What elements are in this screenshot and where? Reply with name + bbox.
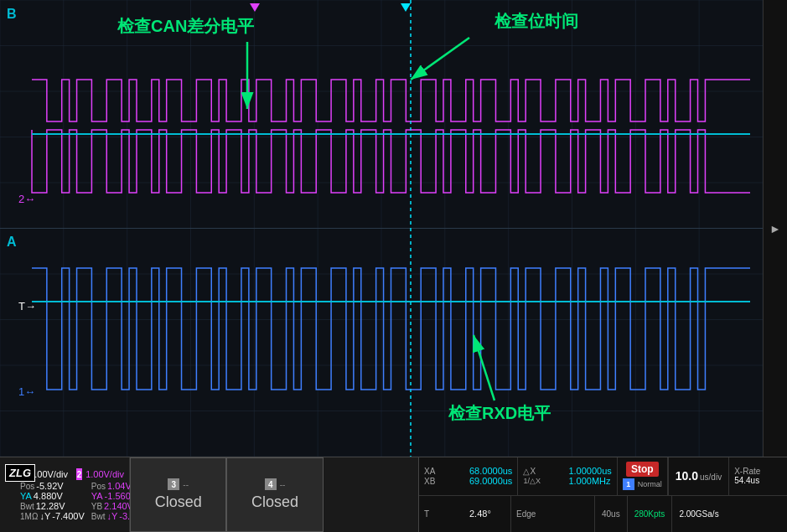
- sample-rate-value: 2.00GSa/s: [679, 509, 718, 519]
- scroll-right-icon: ►: [769, 222, 781, 235]
- cursor-div-info: 40us: [595, 496, 628, 533]
- dx-value: 1.00000us: [568, 466, 611, 476]
- trigger-ch-indicator: 1: [623, 478, 634, 490]
- xb-label: XB: [424, 477, 466, 486]
- xb-value: 69.0000us: [469, 476, 512, 486]
- inv-dx-value: 1.000MHz: [568, 476, 611, 486]
- time-div-unit: us/div: [700, 473, 722, 482]
- dx-measurement: △X 1.00000us 1/△X 1.000MHz: [518, 457, 617, 495]
- ch1-y-value: -7.400V: [52, 511, 85, 521]
- t-label: T: [424, 509, 466, 519]
- xa-measurement: XA 68.0000us XB 69.0000us: [419, 457, 518, 495]
- ch2-yb-value: 2.140V: [104, 501, 133, 511]
- ch1-y-label: ↓Y: [39, 511, 50, 521]
- ch2-pos-value: 1.04V: [107, 481, 132, 491]
- oscilloscope-display: B A 2↔ T→ 1↔ 检查CAN差分电平 检查位时间 检查RXD电平 ►: [0, 0, 787, 532]
- ch4-closed-button[interactable]: 4 -- Closed: [226, 457, 323, 532]
- oscilloscope-screen: B A 2↔ T→ 1↔ 检查CAN差分电平 检查位时间 检查RXD电平: [0, 0, 763, 457]
- mem-pts-value: 280Kpts: [634, 509, 665, 519]
- mem-label: 54.4us: [734, 476, 760, 485]
- xrate-label: X-Rate: [734, 467, 760, 476]
- inv-dx-label: 1/△X: [523, 477, 565, 485]
- status-spacer: [324, 457, 418, 532]
- ch2-scale: 1.00V/div: [85, 469, 124, 479]
- annotation-rxd: 检查RXD电平: [448, 402, 551, 425]
- ch1-bw-label: Bwt: [20, 502, 34, 511]
- status-bar: ZLG 1 2.00V/div 2 1.00V/div Pos -5.92V Y…: [0, 457, 787, 532]
- xa-label: XA: [424, 467, 466, 476]
- ch1-scale: 2.00V/div: [29, 469, 68, 479]
- zlg-logo: ZLG: [5, 464, 35, 482]
- ch2-pos-label: Pos: [91, 482, 106, 491]
- ch1-bw-value: 12.28V: [36, 501, 65, 511]
- ch4-closed-label: Closed: [251, 493, 298, 511]
- annotation-can-diff: 检查CAN差分电平: [117, 15, 254, 38]
- stop-section: Stop 1 Normal: [618, 457, 668, 495]
- measurements-panel: XA 68.0000us XB 69.0000us △X 1.00000us 1…: [418, 457, 787, 532]
- ch2-position-marker: 2↔: [18, 193, 35, 205]
- sample-rate-info: 2.00GSa/s: [671, 496, 725, 533]
- xa-value: 68.0000us: [469, 466, 512, 476]
- ch2-yb-label: YB: [91, 502, 102, 511]
- channel-a-label: A: [7, 235, 17, 250]
- stop-button[interactable]: Stop: [626, 462, 659, 477]
- ch1-imp-label: 1MΩ: [20, 512, 38, 521]
- ch1-position-marker: 1↔: [18, 385, 35, 398]
- ch4-dash: --: [280, 480, 286, 489]
- trigger-position-marker: T→: [18, 300, 36, 312]
- ch2-ya-label: YA: [91, 491, 103, 501]
- t-value: 2.48°: [469, 509, 491, 519]
- normal-indicator: Normal: [638, 480, 662, 488]
- edge-info: Edge: [511, 496, 595, 533]
- sample-info: X-Rate 54.4us: [728, 457, 765, 495]
- ch1-pos-label: Pos: [20, 482, 34, 491]
- ch2-y-label: ↓Y: [106, 511, 117, 521]
- ch3-dash: --: [183, 480, 189, 489]
- right-scroll-panel[interactable]: ►: [763, 0, 787, 457]
- ch1-pos-value: -5.92V: [36, 481, 63, 491]
- ch2-indicator: 2: [76, 468, 82, 480]
- channel-b-label: B: [7, 7, 17, 22]
- edge-label: Edge: [516, 509, 558, 519]
- ch2-bw-label: Bwt: [91, 512, 106, 521]
- ch3-closed-button[interactable]: 3 -- Closed: [130, 457, 226, 532]
- dx-label: △X: [523, 467, 565, 476]
- ch1-ya-value: 4.880V: [34, 491, 63, 501]
- ch4-indicator: 4: [265, 478, 277, 490]
- mem-pts-info: 280Kpts: [628, 496, 672, 533]
- annotation-bit-time: 检查位时间: [494, 10, 578, 33]
- trigger-info: T 2.48°: [419, 496, 511, 533]
- cursor-div-label: 40us: [602, 509, 620, 519]
- time-div-value: 10.0: [676, 469, 698, 483]
- ch3-indicator: 3: [168, 478, 179, 490]
- time-div-section: 10.0 us/div: [668, 457, 728, 495]
- ch3-closed-label: Closed: [155, 493, 202, 511]
- ch1-ya-label: YA: [20, 491, 32, 501]
